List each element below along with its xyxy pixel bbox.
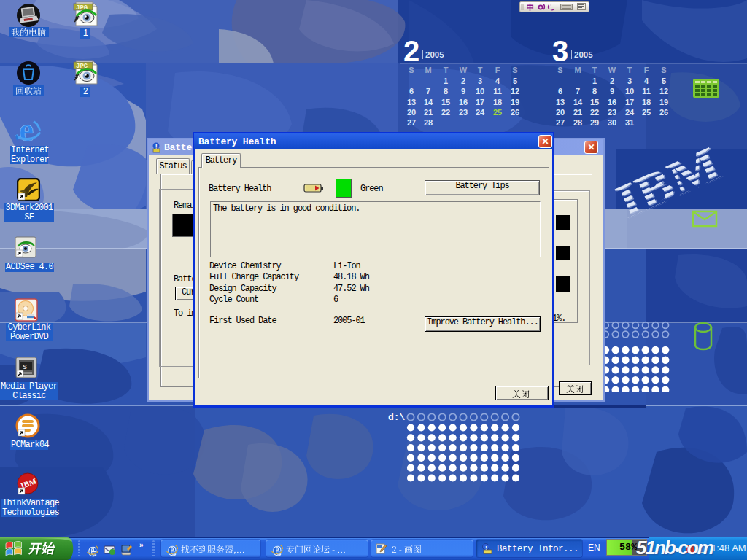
svg-text:S: S	[23, 363, 27, 370]
